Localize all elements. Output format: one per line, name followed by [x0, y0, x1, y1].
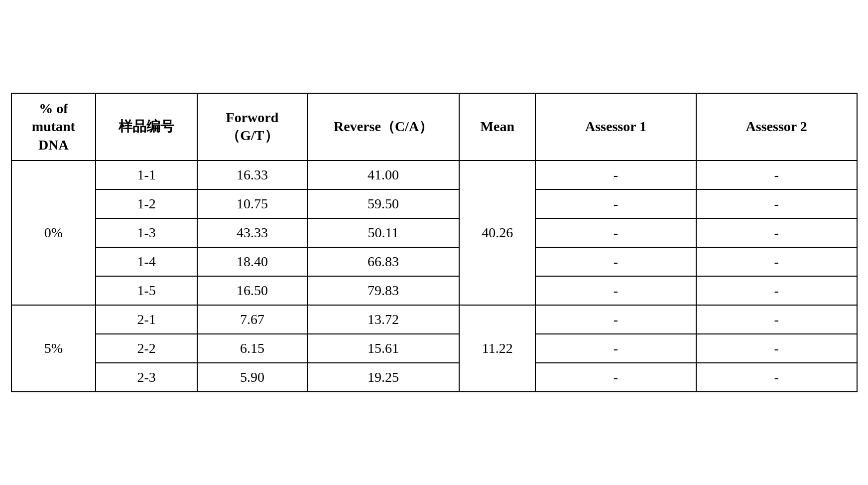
cell-reverse: 79.83 [307, 276, 460, 305]
cell-percent: 5% [11, 305, 96, 392]
table-row: 0%1-116.3341.0040.26-- [11, 161, 857, 189]
cell-forward: 10.75 [197, 189, 307, 218]
cell-sample: 2-2 [96, 334, 197, 363]
cell-forward: 43.33 [197, 218, 307, 247]
cell-assessor1: - [535, 334, 696, 363]
data-table: % of mutant DNA 样品编号 Forword（G/T） Revers… [11, 93, 858, 392]
table-row: 5%2-17.6713.7211.22-- [11, 305, 857, 334]
cell-reverse: 66.83 [307, 247, 460, 276]
cell-forward: 7.67 [197, 305, 307, 334]
table-row: 1-418.4066.83-- [11, 247, 857, 276]
cell-reverse: 59.50 [307, 189, 460, 218]
cell-sample: 1-4 [96, 247, 197, 276]
table-row: 1-343.3350.11-- [11, 218, 857, 247]
header-assessor2: Assessor 2 [696, 93, 857, 161]
cell-percent: 0% [11, 161, 96, 305]
cell-assessor2: - [696, 305, 857, 334]
header-assessor1: Assessor 1 [535, 93, 696, 161]
header-forward: Forword（G/T） [197, 93, 307, 161]
cell-sample: 2-3 [96, 363, 197, 392]
cell-reverse: 13.72 [307, 305, 460, 334]
cell-assessor1: - [535, 218, 696, 247]
cell-reverse: 15.61 [307, 334, 460, 363]
cell-assessor2: - [696, 334, 857, 363]
cell-reverse: 50.11 [307, 218, 460, 247]
cell-assessor1: - [535, 247, 696, 276]
cell-mean: 40.26 [459, 161, 535, 305]
cell-forward: 16.50 [197, 276, 307, 305]
table-row: 2-35.9019.25-- [11, 363, 857, 392]
cell-assessor1: - [535, 305, 696, 334]
cell-forward: 5.90 [197, 363, 307, 392]
table-row: 1-210.7559.50-- [11, 189, 857, 218]
cell-mean: 11.22 [459, 305, 535, 392]
cell-forward: 6.15 [197, 334, 307, 363]
cell-assessor1: - [535, 161, 696, 189]
table-row: 1-516.5079.83-- [11, 276, 857, 305]
header-mean: Mean [459, 93, 535, 161]
cell-forward: 18.40 [197, 247, 307, 276]
cell-assessor2: - [696, 276, 857, 305]
table-row: 2-26.1515.61-- [11, 334, 857, 363]
cell-reverse: 41.00 [307, 161, 460, 189]
cell-forward: 16.33 [197, 161, 307, 189]
header-percent-mutant: % of mutant DNA [11, 93, 96, 161]
cell-assessor2: - [696, 161, 857, 189]
cell-assessor2: - [696, 247, 857, 276]
cell-assessor1: - [535, 276, 696, 305]
table-wrapper: % of mutant DNA 样品编号 Forword（G/T） Revers… [11, 93, 858, 392]
cell-assessor2: - [696, 218, 857, 247]
cell-sample: 1-1 [96, 161, 197, 189]
cell-assessor2: - [696, 363, 857, 392]
cell-assessor2: - [696, 189, 857, 218]
cell-sample: 1-5 [96, 276, 197, 305]
header-reverse: Reverse（C/A） [307, 93, 460, 161]
cell-assessor1: - [535, 189, 696, 218]
cell-sample: 1-3 [96, 218, 197, 247]
cell-assessor1: - [535, 363, 696, 392]
header-sample-id: 样品编号 [96, 93, 197, 161]
cell-reverse: 19.25 [307, 363, 460, 392]
cell-sample: 1-2 [96, 189, 197, 218]
cell-sample: 2-1 [96, 305, 197, 334]
